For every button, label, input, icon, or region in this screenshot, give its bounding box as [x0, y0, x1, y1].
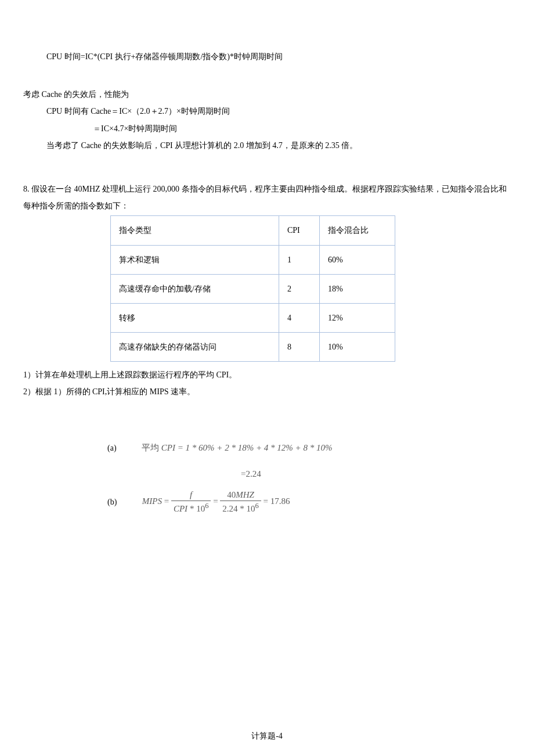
table-cell: 2 [279, 274, 320, 303]
mips-result: = 17.86 [261, 496, 290, 506]
cpu-time-formula: CPU 时间=IC*(CPI 执行+存储器停顿周期数/指令数)*时钟周期时间 [23, 49, 511, 64]
q8-sub2: 2）根据 1）所得的 CPI,计算相应的 MIPS 速率。 [23, 384, 511, 399]
frac2-den-val: 2.24 * 10 [222, 504, 255, 513]
table-row: 指令类型 CPI 指令混合比 [111, 216, 395, 245]
q8-sub1: 1）计算在单处理机上用上述跟踪数据运行程序的平均 CPI。 [23, 368, 511, 382]
frac1-den-exp: 6 [205, 502, 208, 510]
table-cell: 算术和逻辑 [111, 245, 279, 274]
table-cell: 12% [320, 303, 395, 332]
eq-sign: = [162, 496, 171, 506]
frac1-den-cpi: CPI [174, 504, 187, 513]
answer-a-row: (a) 平均 CPI = 1 * 60% + 2 * 18% + 4 * 12%… [107, 440, 511, 456]
page-footer: 计算题-4 [23, 729, 511, 743]
answers-block: (a) 平均 CPI = 1 * 60% + 2 * 18% + 4 * 12%… [23, 440, 511, 514]
eq-sign-2: = [211, 496, 220, 506]
avg-prefix: 平均 [142, 443, 161, 452]
table-cell: 高速存储缺失的存储器访问 [111, 333, 279, 362]
table-row: 高速存储缺失的存储器访问 8 10% [111, 333, 395, 362]
q8-stem-line1: 8. 假设在一台 40MHZ 处理机上运行 200,000 条指令的目标代码，程… [23, 182, 511, 196]
q8-stem-line2: 每种指令所需的指令数如下： [23, 199, 511, 213]
table-cell: 1 [279, 245, 320, 274]
cpu-time-cache-line2: ＝IC×4.7×时钟周期时间 [23, 121, 511, 136]
table-header-type: 指令类型 [111, 216, 279, 245]
cpu-time-cache-line1: CPU 时间有 Cache＝IC×（2.0＋2.7）×时钟周期时间 [23, 104, 511, 118]
answer-a-label: (a) [107, 441, 117, 455]
frac2-den: 2.24 * 106 [220, 501, 261, 514]
table-cell: 10% [320, 333, 395, 362]
instruction-table: 指令类型 CPI 指令混合比 算术和逻辑 1 60% 高速缓存命中的加载/存储 … [110, 215, 395, 362]
frac2-den-exp: 6 [255, 502, 259, 510]
frac2-num-unit: MHZ [236, 490, 254, 499]
table-header-cpi: CPI [279, 216, 320, 245]
mips-symbol: MIPS [142, 496, 162, 506]
frac2-num-val: 40 [227, 490, 236, 499]
table-cell: 4 [279, 303, 320, 332]
table-cell: 8 [279, 333, 320, 362]
answer-a-result: =2.24 [107, 466, 511, 482]
frac2-num: 40MHZ [220, 490, 261, 502]
cpi-increase-note: 当考虑了 Cache 的失效影响后，CPI 从理想计算机的 2.0 增加到 4.… [23, 138, 511, 153]
table-row: 转移 4 12% [111, 303, 395, 332]
table-row: 算术和逻辑 1 60% [111, 245, 395, 274]
answer-a-formula: 平均 CPI = 1 * 60% + 2 * 18% + 4 * 12% + 8… [142, 440, 332, 456]
frac1-den: CPI * 106 [171, 501, 211, 514]
cache-note: 考虑 Cache 的失效后，性能为 [23, 87, 511, 102]
frac1-num: f [171, 490, 211, 502]
fraction-2: 40MHZ 2.24 * 106 [220, 490, 261, 514]
cpi-expression: CPI = 1 * 60% + 2 * 18% + 4 * 12% + 8 * … [161, 443, 333, 452]
answer-b-label: (b) [107, 495, 117, 509]
fraction-1: f CPI * 106 [171, 490, 211, 514]
answer-b-row: (b) MIPS = f CPI * 106 = 40MHZ 2.24 * 10… [107, 490, 511, 514]
table-cell: 18% [320, 274, 395, 303]
answer-b-formula: MIPS = f CPI * 106 = 40MHZ 2.24 * 106 = … [142, 490, 290, 514]
table-row: 高速缓存命中的加载/存储 2 18% [111, 274, 395, 303]
table-cell: 转移 [111, 303, 279, 332]
table-cell: 60% [320, 245, 395, 274]
table-header-mix: 指令混合比 [320, 216, 395, 245]
table-cell: 高速缓存命中的加载/存储 [111, 274, 279, 303]
frac1-den-mul: * 10 [187, 504, 205, 513]
